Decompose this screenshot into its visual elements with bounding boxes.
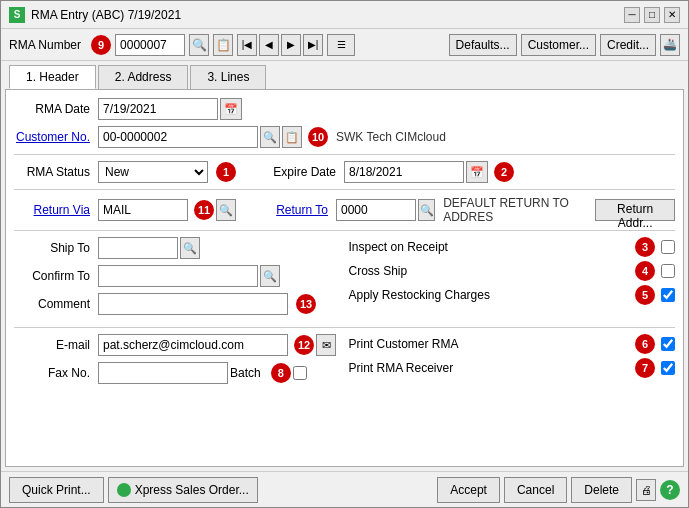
app-icon: S (9, 7, 25, 23)
expire-date-field-group: 📅 2 (344, 161, 514, 183)
confirm-to-label: Confirm To (14, 269, 94, 283)
fax-input[interactable] (98, 362, 228, 384)
inspect-receipt-checkbox[interactable] (661, 240, 675, 254)
tab-address[interactable]: 2. Address (98, 65, 189, 89)
delete-button[interactable]: Delete (571, 477, 632, 503)
close-button[interactable]: ✕ (664, 7, 680, 23)
fax-label: Fax No. (14, 366, 94, 380)
rma-date-input[interactable] (98, 98, 218, 120)
customer-no-row: Customer No. 🔍 📋 10 SWK Tech CIMcloud (14, 126, 675, 148)
email-badge: 12 (294, 335, 314, 355)
ship-icon[interactable]: 🚢 (660, 34, 680, 56)
return-addr-button[interactable]: Return Addr... (595, 199, 675, 221)
expire-date-badge: 2 (494, 162, 514, 182)
customer-button[interactable]: Customer... (521, 34, 596, 56)
minimize-button[interactable]: ─ (624, 7, 640, 23)
expire-date-calendar-icon[interactable]: 📅 (466, 161, 488, 183)
window-title: RMA Entry (ABC) 7/19/2021 (31, 8, 181, 22)
return-via-label[interactable]: Return Via (14, 203, 94, 217)
print-rma-receiver-row: Print RMA Receiver 7 (349, 358, 676, 378)
email-input[interactable] (98, 334, 288, 356)
ship-to-search-icon[interactable]: 🔍 (180, 237, 200, 259)
help-icon-button[interactable]: ? (660, 480, 680, 500)
print-customer-rma-checkbox[interactable] (661, 337, 675, 351)
main-content: RMA Date 📅 Customer No. 🔍 📋 10 SWK Tech … (5, 89, 684, 467)
print-customer-rma-label: Print Customer RMA (349, 337, 626, 351)
customer-search-icon[interactable]: 🔍 (260, 126, 280, 148)
print-options-col: Print Customer RMA 6 Print RMA Receiver … (349, 334, 676, 390)
rma-number-input[interactable] (115, 34, 185, 56)
rma-search-icon[interactable]: 🔍 (189, 34, 209, 56)
restocking-checkbox[interactable] (661, 288, 675, 302)
quick-print-button[interactable]: Quick Print... (9, 477, 104, 503)
return-via-search-icon[interactable]: 🔍 (216, 199, 236, 221)
bottom-form-section: E-mail 12 ✉ Fax No. Batch 8 (14, 334, 675, 390)
bottom-bar: Quick Print... Xpress Sales Order... Acc… (1, 471, 688, 507)
customer-no-label[interactable]: Customer No. (14, 130, 94, 144)
rma-date-calendar-icon[interactable]: 📅 (220, 98, 242, 120)
nav-first-button[interactable]: |◀ (237, 34, 257, 56)
tab-header[interactable]: 1. Header (9, 65, 96, 89)
nav-list-button[interactable]: ☰ (327, 34, 355, 56)
rma-status-select[interactable]: New Open Closed (98, 161, 208, 183)
return-via-badge: 11 (194, 200, 214, 220)
cancel-button[interactable]: Cancel (504, 477, 567, 503)
ship-to-input[interactable] (98, 237, 178, 259)
confirm-to-field-group: 🔍 (98, 265, 280, 287)
maximize-button[interactable]: □ (644, 7, 660, 23)
batch-label: Batch (230, 366, 265, 380)
restocking-badge: 5 (635, 285, 655, 305)
cross-ship-label: Cross Ship (349, 264, 626, 278)
xpress-sales-order-button[interactable]: Xpress Sales Order... (108, 477, 258, 503)
return-via-row: Return Via 11 🔍 Return To 🔍 DEFAULT RETU… (14, 196, 675, 224)
cross-ship-checkbox[interactable] (661, 264, 675, 278)
accept-button[interactable]: Accept (437, 477, 500, 503)
inspect-receipt-label: Inspect on Receipt (349, 240, 626, 254)
inspect-receipt-row: Inspect on Receipt 3 (349, 237, 676, 257)
comment-badge: 13 (296, 294, 316, 314)
nav-last-button[interactable]: ▶| (303, 34, 323, 56)
email-fax-col: E-mail 12 ✉ Fax No. Batch 8 (14, 334, 341, 390)
return-to-input[interactable] (336, 199, 416, 221)
return-to-field-group: 🔍 DEFAULT RETURN TO ADDRES Return Addr..… (336, 196, 675, 224)
return-via-input[interactable] (98, 199, 188, 221)
expire-date-input[interactable] (344, 161, 464, 183)
title-bar: S RMA Entry (ABC) 7/19/2021 ─ □ ✕ (1, 1, 688, 29)
main-window: S RMA Entry (ABC) 7/19/2021 ─ □ ✕ RMA Nu… (0, 0, 689, 508)
restocking-label: Apply Restocking Charges (349, 288, 626, 302)
customer-no-input[interactable] (98, 126, 258, 148)
credit-button[interactable]: Credit... (600, 34, 656, 56)
company-name-text: SWK Tech CIMcloud (336, 130, 446, 144)
rma-status-badge: 1 (216, 162, 236, 182)
confirm-to-input[interactable] (98, 265, 258, 287)
email-label: E-mail (14, 338, 94, 352)
fax-row: Fax No. Batch 8 (14, 362, 341, 384)
batch-fax-checkbox[interactable] (293, 366, 307, 380)
comment-input[interactable] (98, 293, 288, 315)
print-customer-rma-row: Print Customer RMA 6 (349, 334, 676, 354)
return-to-address-text: DEFAULT RETURN TO ADDRES (443, 196, 593, 224)
print-icon-button[interactable]: 🖨 (636, 479, 656, 501)
print-rma-receiver-checkbox[interactable] (661, 361, 675, 375)
return-to-search-icon[interactable]: 🔍 (418, 199, 435, 221)
customer-no-field-group: 🔍 📋 10 SWK Tech CIMcloud (98, 126, 446, 148)
print-rma-receiver-label: Print RMA Receiver (349, 361, 626, 375)
print-receiver-badge: 7 (635, 358, 655, 378)
nav-buttons: |◀ ◀ ▶ ▶| (237, 34, 323, 56)
tab-lines[interactable]: 3. Lines (190, 65, 266, 89)
ship-to-label: Ship To (14, 241, 94, 255)
confirm-to-search-icon[interactable]: 🔍 (260, 265, 280, 287)
customer-copy-icon[interactable]: 📋 (282, 126, 302, 148)
cross-ship-row: Cross Ship 4 (349, 261, 676, 281)
rma-copy-icon[interactable]: 📋 (213, 34, 233, 56)
rma-number-badge: 9 (91, 35, 111, 55)
nav-next-button[interactable]: ▶ (281, 34, 301, 56)
defaults-button[interactable]: Defaults... (449, 34, 517, 56)
email-send-icon[interactable]: ✉ (316, 334, 336, 356)
title-bar-left: S RMA Entry (ABC) 7/19/2021 (9, 7, 181, 23)
return-to-label[interactable]: Return To (252, 203, 332, 217)
title-controls: ─ □ ✕ (624, 7, 680, 23)
nav-prev-button[interactable]: ◀ (259, 34, 279, 56)
ship-to-row: Ship To 🔍 (14, 237, 341, 259)
expire-date-label: Expire Date (260, 165, 340, 179)
